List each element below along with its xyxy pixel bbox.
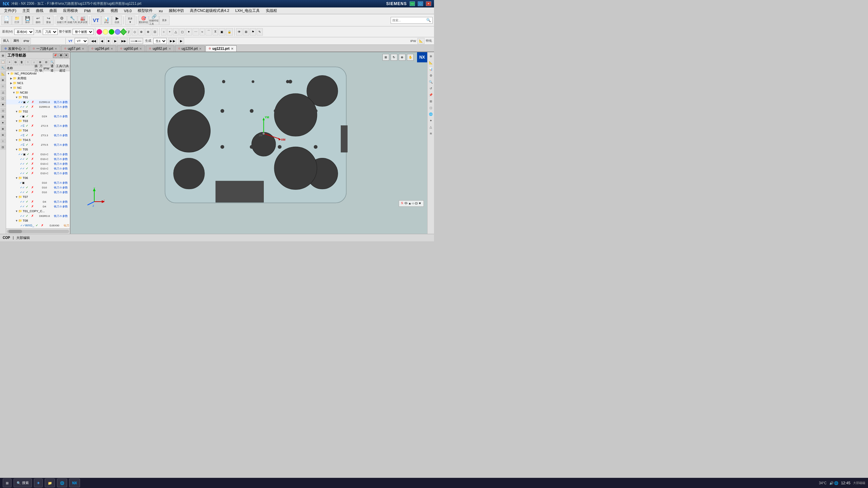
toolbar-save-btn[interactable]: 💾 保存 bbox=[22, 16, 33, 25]
right-icon-6[interactable]: ↺ bbox=[428, 86, 434, 91]
vt-stop-btn[interactable]: ■ bbox=[106, 38, 111, 44]
menu-surface[interactable]: 曲面 bbox=[47, 7, 60, 14]
tree-row-t07[interactable]: ▼ 📁 T07 bbox=[6, 195, 70, 199]
right-icon-2[interactable]: 📐 bbox=[428, 60, 434, 65]
left-icon-12[interactable]: ✦ bbox=[0, 120, 6, 125]
vp-rotate-btn[interactable]: ↻ bbox=[391, 54, 397, 61]
toggle-t08[interactable]: ▼ bbox=[15, 219, 18, 222]
right-icon-4[interactable]: ⚙ bbox=[428, 73, 434, 78]
menu-xu[interactable]: xu bbox=[156, 8, 165, 14]
tree-row-dz[interactable]: ✓ DZ ▣ ✓ ✗ DZ4 铣刀-5 参数 bbox=[6, 114, 70, 119]
left-icon-8[interactable]: ◻ bbox=[0, 96, 6, 101]
toggle-nc[interactable]: ▼ bbox=[9, 86, 13, 89]
left-icon-4[interactable]: 📐 bbox=[0, 71, 6, 77]
toolbar-redo-btn[interactable]: ↪ 重做 bbox=[43, 16, 54, 25]
menu-v8[interactable]: V8.0 bbox=[121, 8, 135, 14]
properties-btn[interactable]: 属性 bbox=[12, 38, 21, 44]
tree-row-t06[interactable]: ▼ 📁 T06 bbox=[6, 176, 70, 180]
menu-model[interactable]: 模型软件 bbox=[135, 7, 155, 14]
toolbar-ipv-btn[interactable]: 📊 IPW bbox=[101, 16, 112, 25]
play-btn2[interactable]: ▶ ▶ bbox=[168, 38, 177, 44]
toggle-t045[interactable]: ▼ bbox=[15, 139, 18, 142]
snap-btn6[interactable]: ⋯ bbox=[193, 28, 199, 36]
right-icon-3[interactable]: 📊 bbox=[428, 66, 434, 72]
toolbar-open-btn[interactable]: 📁 打开 bbox=[12, 16, 22, 25]
right-icon-11[interactable]: ✦ bbox=[428, 118, 434, 123]
tab-ug1211[interactable]: ⚙ ug1211.prt ✕ bbox=[205, 45, 237, 52]
tree-row-lx[interactable]: ✓✓ LX ✓ ✗ D10-C 铣刀-5 参数 bbox=[6, 161, 70, 166]
vt-back-btn[interactable]: ◀ bbox=[99, 38, 105, 44]
op-tool-copy[interactable]: ⧉ bbox=[13, 60, 18, 65]
op-tool-up[interactable]: ↑ bbox=[25, 60, 31, 65]
tool-circle4[interactable] bbox=[115, 29, 120, 35]
tool-misc4[interactable]: ⊗ bbox=[145, 28, 151, 36]
tool-circle2[interactable] bbox=[103, 29, 108, 35]
snap-btn10[interactable]: ▣ bbox=[219, 28, 225, 36]
tab-ug1204[interactable]: ⚙ ug1204.prt ✕ bbox=[175, 45, 205, 52]
snap-btn2[interactable]: + bbox=[167, 28, 172, 36]
tree-row-hh[interactable]: ✓✓ HH ✓ ✗ D10-C 铣刀-5 参数 bbox=[6, 157, 70, 161]
tool-circle3[interactable] bbox=[109, 29, 114, 35]
vt-speed-slider[interactable]: ──●── bbox=[129, 38, 143, 44]
tab-ug882[interactable]: ⚙ ug882.prt ✕ bbox=[146, 45, 174, 52]
toggle-nc_program[interactable]: ▼ bbox=[7, 72, 10, 75]
left-icon-10[interactable]: ◇ bbox=[0, 108, 6, 113]
toolbar-create-op-btn[interactable]: ⚙ 创建工序 bbox=[57, 16, 67, 25]
op-tool-delete[interactable]: 🗑 bbox=[19, 60, 24, 65]
vis-btn3[interactable]: ⚑ bbox=[250, 28, 256, 36]
left-icon-14[interactable]: ≋ bbox=[0, 132, 6, 138]
tree-area[interactable]: ▼ 📁 NC_PROGRAM ▶ 📁 未用组 ▶ 📁 NC1 ▼ bbox=[6, 71, 70, 228]
close-button[interactable]: ✕ bbox=[426, 1, 431, 6]
right-icon-5[interactable]: 🔍 bbox=[428, 79, 434, 85]
menu-apps[interactable]: 应用模块 bbox=[60, 7, 81, 14]
tree-row-lx_copy_1[interactable]: ✓✓ LX_COPY_1 ✓ ✗ D10-C 铣刀-5 参数 bbox=[6, 166, 70, 171]
tree-row-t01[interactable]: ▼ 📁 T01 bbox=[6, 95, 70, 100]
left-icon-11[interactable]: ⊞ bbox=[0, 114, 6, 119]
ipw-icon-btn[interactable]: 📐 bbox=[417, 38, 425, 44]
toggle-nc1[interactable]: ▶ bbox=[9, 82, 13, 85]
tree-row-t05[interactable]: ▼ 📁 T05 bbox=[6, 147, 70, 152]
tree-row-t02[interactable]: ▼ 📁 T02 bbox=[6, 109, 70, 114]
toolbar-undo-btn[interactable]: ↩ 撤销 bbox=[33, 16, 43, 25]
left-icon-7[interactable]: △ bbox=[0, 89, 6, 95]
horizontal-scrollbar[interactable] bbox=[7, 230, 69, 233]
snap-btn7[interactable]: ≈ bbox=[200, 28, 205, 36]
tree-row-nc[interactable]: ▼ 📁 NC bbox=[6, 85, 70, 90]
right-icon-12[interactable]: △ bbox=[428, 124, 434, 130]
vt-next-btn[interactable]: ▶▶ bbox=[120, 38, 128, 44]
maximize-button[interactable]: □ bbox=[418, 1, 423, 6]
toolbar-vt-btn[interactable]: VT bbox=[91, 16, 101, 25]
menu-view[interactable]: 视图 bbox=[108, 7, 121, 14]
panel-settings-btn[interactable]: ⚙ bbox=[58, 53, 63, 58]
toolbar-more-btn[interactable]: 更多 ▼ bbox=[125, 16, 135, 25]
minimize-button[interactable]: — bbox=[410, 1, 415, 6]
toggle-t07[interactable]: ▼ bbox=[15, 196, 18, 199]
tree-row-t03[interactable]: ▼ 📁 T03 bbox=[6, 119, 70, 123]
tool-select[interactable]: 刀具 bbox=[43, 29, 58, 35]
tree-row-nc1[interactable]: ▶ 📁 NC1 bbox=[6, 81, 70, 85]
panel-close-btn[interactable]: ✕ bbox=[64, 53, 68, 58]
3d-viewport[interactable]: NX bbox=[71, 52, 427, 234]
toggle-t01_copy_c[interactable]: ▼ bbox=[15, 210, 18, 213]
left-icon-16[interactable]: ⊡ bbox=[0, 144, 6, 150]
menu-file[interactable]: 文件(F) bbox=[1, 7, 19, 14]
play-btn3[interactable]: ▶ bbox=[178, 38, 184, 44]
tree-row-fa_copy_b[interactable]: ✓✓ FA_COPY_... ✓ ✗ D63R0.8 铣刀-5 参数 bbox=[6, 214, 70, 218]
tab-close-fazhan[interactable]: ✕ bbox=[23, 47, 26, 50]
tab-fazhan[interactable]: ⚙ 发展中心 ✕ bbox=[1, 45, 29, 52]
vp-pan-btn[interactable]: ✋ bbox=[407, 54, 414, 61]
tool-misc3[interactable]: ⊕ bbox=[138, 28, 144, 36]
left-icon-13[interactable]: ⊗ bbox=[0, 126, 6, 131]
vis-btn1[interactable]: 👁 bbox=[236, 28, 242, 36]
ipw-btn[interactable]: IPW bbox=[22, 38, 31, 44]
snap-btn11[interactable]: 🔒 bbox=[226, 28, 233, 36]
tree-row-weiyong[interactable]: ▶ 📁 未用组 bbox=[6, 76, 70, 81]
menu-pmi[interactable]: PMI bbox=[81, 8, 94, 14]
snap-btn4[interactable]: ◻ bbox=[179, 28, 185, 36]
left-icon-3[interactable]: 🔧 bbox=[0, 65, 6, 70]
panel-scroll-bottom[interactable] bbox=[6, 228, 70, 234]
right-icon-7[interactable]: 📌 bbox=[428, 92, 434, 98]
right-icon-13[interactable]: ≋ bbox=[428, 131, 434, 136]
menu-home[interactable]: 主页 bbox=[20, 7, 33, 14]
tab-close-ug650[interactable]: ✕ bbox=[139, 47, 142, 50]
